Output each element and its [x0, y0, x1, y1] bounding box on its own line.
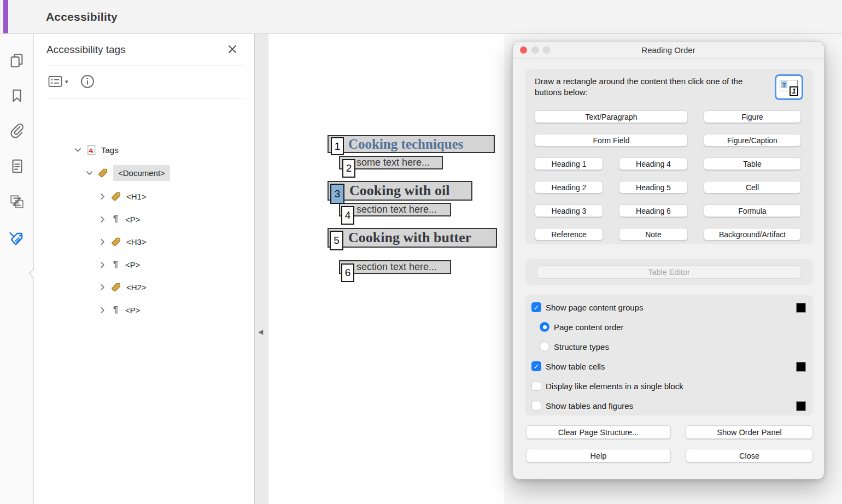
chevron-right-icon[interactable] — [99, 216, 106, 223]
radio-selected-icon[interactable] — [540, 322, 549, 332]
option-show-page-content-groups[interactable]: ✓ Show page content groups — [531, 301, 643, 313]
content-block-heading3[interactable]: Cooking with oil — [328, 181, 472, 201]
reading-order-badge[interactable]: 5 — [330, 231, 343, 250]
option-label: Show page content groups — [546, 303, 643, 312]
info-icon[interactable] — [80, 74, 95, 89]
option-show-table-cells[interactable]: ✓ Show table cells — [531, 360, 605, 372]
tree-row-h3[interactable]: <H3> — [99, 233, 147, 250]
option-structure-types[interactable]: Structure types — [540, 341, 609, 353]
reading-order-badge[interactable]: 4 — [341, 206, 354, 225]
panel-collapse-notch[interactable] — [29, 268, 34, 279]
note-button[interactable]: Note — [619, 228, 688, 241]
show-order-panel-button[interactable]: Show Order Panel — [686, 425, 813, 439]
chevron-right-icon[interactable] — [99, 238, 106, 245]
content-block-paragraph[interactable]: section text here... — [339, 260, 451, 274]
paragraph-icon: ¶ — [111, 304, 120, 315]
minimize-window-icon[interactable] — [531, 46, 539, 54]
collapse-left-icon[interactable]: ◀ — [258, 328, 263, 336]
option-label: Page content order — [554, 323, 624, 332]
heading-3-button[interactable]: Heading 3 — [535, 204, 603, 217]
heading-6-button[interactable]: Heading 6 — [619, 204, 688, 217]
form-field-button[interactable]: Form Field — [535, 134, 688, 146]
background-artifact-button[interactable]: Background/Artifact — [704, 228, 801, 241]
chevron-down-icon[interactable] — [86, 169, 93, 177]
heading-1-button[interactable]: Heading 1 — [535, 157, 603, 170]
structure-selection-tool-icon[interactable]: T 1 — [775, 74, 803, 100]
tree-row-tags[interactable]: Tags — [74, 141, 119, 159]
tree-row-p[interactable]: ¶ <P> — [99, 256, 141, 273]
heading-2-button[interactable]: Heading 2 — [535, 181, 603, 194]
accent-stripe — [3, 0, 8, 33]
tree-row-h1[interactable]: <H1> — [99, 187, 147, 205]
figure-button[interactable]: Figure — [704, 110, 801, 123]
chevron-down-icon[interactable] — [74, 146, 81, 154]
reading-order-badge-selected[interactable]: 3 — [330, 184, 344, 204]
color-swatch[interactable] — [796, 362, 806, 372]
close-panel-icon[interactable] — [226, 43, 238, 55]
tree-row-p[interactable]: ¶ <P> — [99, 301, 141, 319]
content-block-paragraph[interactable]: section text here... — [339, 203, 451, 216]
option-show-tables-and-figures[interactable]: Show tables and figures — [531, 400, 633, 412]
checkbox-unchecked-icon[interactable] — [531, 381, 541, 391]
clear-page-structure-button[interactable]: Clear Page Structure... — [526, 425, 671, 439]
text-paragraph-button[interactable]: Text/Paragraph — [535, 110, 688, 123]
tree-row-h2[interactable]: <H2> — [99, 278, 147, 296]
content-block-heading1[interactable]: Cooking techniques — [328, 135, 495, 153]
tree-label: <P> — [125, 260, 141, 269]
page-title: Accessibility — [46, 0, 118, 33]
chevron-right-icon[interactable] — [99, 261, 106, 268]
tree-label: <H1> — [126, 192, 147, 201]
color-swatch[interactable] — [796, 303, 806, 313]
tree-label: <H2> — [126, 283, 147, 292]
help-button[interactable]: Help — [526, 449, 671, 462]
divider — [46, 98, 244, 98]
checkbox-checked-icon[interactable]: ✓ — [531, 361, 541, 371]
close-button[interactable]: Close — [686, 449, 813, 462]
formula-button[interactable]: Formula — [704, 204, 801, 217]
cell-button[interactable]: Cell — [704, 181, 801, 194]
content-block-heading2[interactable]: Cooking with butter — [328, 228, 497, 248]
checkbox-checked-icon[interactable]: ✓ — [531, 302, 541, 312]
reading-order-badge[interactable]: 6 — [341, 263, 354, 282]
tag-icon — [98, 168, 108, 178]
page-content-icon[interactable] — [8, 157, 26, 175]
checkbox-unchecked-icon[interactable] — [531, 401, 541, 411]
panel-resize-gutter[interactable]: ◀ — [255, 34, 268, 504]
heading-4-button[interactable]: Heading 4 — [619, 157, 688, 170]
option-label: Display like elements in a single block — [546, 382, 683, 391]
radio-unselected-icon[interactable] — [540, 342, 549, 351]
order-panel-icon[interactable] — [8, 193, 26, 210]
table-button[interactable]: Table — [704, 157, 801, 170]
block-text: section text here... — [356, 261, 437, 272]
block-text: Cooking with butter — [348, 230, 471, 245]
tree-row-document[interactable]: <Document> — [86, 164, 170, 181]
chevron-right-icon[interactable] — [99, 284, 106, 291]
chevron-right-icon[interactable] — [99, 193, 106, 200]
page-thumbnails-icon[interactable] — [8, 51, 26, 69]
option-page-content-order[interactable]: Page content order — [540, 321, 624, 333]
attachments-icon[interactable] — [8, 122, 26, 139]
tree-row-p[interactable]: ¶ <P> — [99, 210, 141, 228]
tag-options-button[interactable]: ▾ — [48, 74, 68, 89]
reference-button[interactable]: Reference — [535, 228, 603, 241]
figure-caption-button[interactable]: Figure/Caption — [704, 134, 801, 146]
tag-icon — [111, 191, 121, 202]
zoom-window-icon[interactable] — [543, 46, 550, 54]
reading-order-badge[interactable]: 2 — [342, 159, 355, 178]
option-display-like-elements[interactable]: Display like elements in a single block — [531, 380, 683, 392]
chevron-down-icon: ▾ — [65, 78, 68, 85]
heading-5-button[interactable]: Heading 5 — [619, 181, 688, 194]
reading-order-badge[interactable]: 1 — [331, 137, 344, 155]
tree-label: <H3> — [126, 237, 147, 247]
dialog-title-bar[interactable]: Reading Order — [513, 42, 824, 58]
bookmarks-icon[interactable] — [8, 87, 26, 104]
chevron-right-icon[interactable] — [99, 307, 106, 314]
block-text: some text here... — [356, 157, 430, 168]
instruction-text: Draw a rectangle around the content then… — [535, 76, 781, 98]
accessibility-tags-icon[interactable] — [8, 230, 26, 248]
tag-type-group: Draw a rectangle around the content then… — [525, 69, 813, 244]
table-editor-button[interactable]: Table Editor — [537, 265, 801, 279]
color-swatch[interactable] — [796, 401, 806, 411]
close-window-icon[interactable] — [520, 46, 527, 54]
tree-label-selected: <Document> — [113, 165, 170, 181]
